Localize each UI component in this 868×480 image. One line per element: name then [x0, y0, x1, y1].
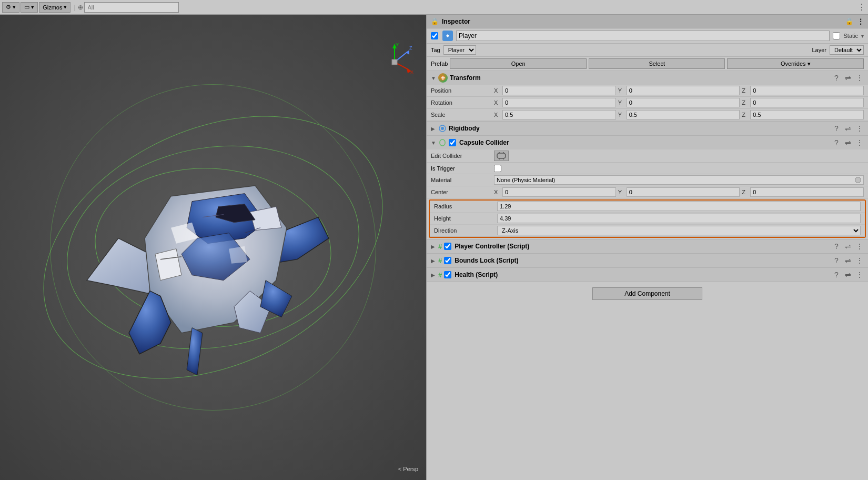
gizmos-button[interactable]: Gizmos ▾: [39, 2, 70, 13]
direction-select[interactable]: Z-Axis X-Axis Y-Axis: [497, 226, 861, 235]
capsule-more-icon[interactable]: ⋮: [855, 138, 864, 147]
capsule-collider-section: ▼ Capsule Collider ? ⇌ ⋮: [427, 136, 868, 239]
prefab-open-button[interactable]: Open: [450, 58, 587, 69]
rotation-x-input[interactable]: [502, 98, 616, 107]
position-y-input[interactable]: [627, 86, 740, 95]
static-dropdown-icon[interactable]: ▾: [861, 33, 864, 39]
add-component-button[interactable]: Add Component: [592, 287, 702, 300]
capsule-collider-enable-checkbox[interactable]: [449, 139, 456, 146]
center-x-input[interactable]: [502, 187, 616, 197]
more-options-icon[interactable]: ⋮: [857, 2, 866, 12]
health-help-icon[interactable]: ?: [832, 271, 841, 279]
scale-z-label: Z: [742, 112, 748, 118]
material-picker-icon[interactable]: [855, 177, 861, 183]
search-input[interactable]: [84, 2, 179, 13]
transform-help-icon[interactable]: ?: [832, 74, 841, 82]
scale-y-label: Y: [618, 112, 624, 118]
highlighted-collider-props: Radius Height Direction Z-Axis X-Axis: [429, 199, 866, 238]
transform-header[interactable]: ▼ Transform ? ⇌ ⋮: [427, 71, 868, 85]
object-header: Static ▾: [427, 28, 868, 44]
rigidbody-collapse-arrow[interactable]: ▶: [431, 126, 436, 132]
gizmos-arrow: ▾: [64, 4, 67, 11]
is-trigger-checkbox[interactable]: [494, 165, 501, 172]
bounds-lock-hash-icon: #: [438, 257, 442, 265]
capsule-help-icon[interactable]: ?: [832, 138, 841, 147]
scene-view[interactable]: Y X Z < Persp: [0, 15, 426, 480]
scale-x-input[interactable]: [502, 110, 616, 119]
material-field[interactable]: None (Physic Material): [494, 175, 864, 185]
static-checkbox[interactable]: [833, 32, 840, 39]
radius-input[interactable]: [497, 202, 861, 211]
bounds-lock-header[interactable]: ▶ # Bounds Lock (Script) ? ⇌ ⋮: [427, 254, 868, 267]
position-x-label: X: [494, 87, 500, 94]
transform-button[interactable]: ▭ ▾: [21, 2, 38, 13]
capsule-settings-icon[interactable]: ⇌: [844, 138, 852, 147]
health-settings-icon[interactable]: ⇌: [844, 271, 852, 279]
transform-collapse-arrow[interactable]: ▼: [431, 75, 436, 81]
capsule-collider-icon: [438, 138, 447, 147]
bounds-lock-settings-icon[interactable]: ⇌: [844, 256, 852, 265]
position-z-label: Z: [742, 87, 748, 94]
bounds-lock-enable-checkbox[interactable]: [444, 257, 451, 264]
tools-button[interactable]: ⚙ ▾: [2, 2, 19, 13]
bounds-lock-section: ▶ # Bounds Lock (Script) ? ⇌ ⋮: [427, 254, 868, 268]
capsule-collider-header[interactable]: ▼ Capsule Collider ? ⇌ ⋮: [427, 136, 868, 149]
transform-more-icon[interactable]: ⋮: [855, 74, 864, 82]
transform-settings-icon[interactable]: ⇌: [844, 74, 852, 82]
is-trigger-row: Is Trigger: [427, 163, 868, 174]
health-header[interactable]: ▶ # Health (Script) ? ⇌ ⋮: [427, 268, 868, 282]
health-collapse-arrow[interactable]: ▶: [431, 272, 436, 278]
navigation-gizmo[interactable]: Y X Z: [374, 41, 416, 83]
rigidbody-help-icon[interactable]: ?: [832, 124, 841, 133]
player-controller-title: Player Controller (Script): [455, 243, 830, 250]
height-label: Height: [434, 215, 497, 222]
object-icon: [442, 31, 453, 41]
player-controller-enable-checkbox[interactable]: [444, 243, 451, 250]
object-name-input[interactable]: [456, 31, 830, 41]
height-input[interactable]: [497, 214, 861, 223]
capsule-collapse-arrow[interactable]: ▼: [431, 140, 436, 146]
radius-row: Radius: [430, 201, 865, 213]
center-z-label: Z: [742, 189, 748, 195]
center-values: X Y Z: [494, 187, 864, 197]
scale-y-input[interactable]: [627, 110, 740, 119]
object-active-checkbox[interactable]: [431, 32, 438, 39]
scale-z-input[interactable]: [750, 110, 864, 119]
position-z-input[interactable]: [750, 86, 864, 95]
player-controller-hash-icon: #: [438, 243, 442, 251]
player-controller-collapse-arrow[interactable]: ▶: [431, 244, 436, 249]
inspector-lock-icon[interactable]: 🔒: [845, 18, 853, 25]
rigidbody-more-icon[interactable]: ⋮: [855, 124, 864, 133]
rigidbody-section: ▶ Rigidbody ? ⇌ ⋮: [427, 122, 868, 136]
bounds-lock-collapse-arrow[interactable]: ▶: [431, 258, 436, 264]
inspector-header: 🔒 Inspector 🔒 ⋮: [427, 15, 868, 28]
svg-text:Z: Z: [409, 45, 412, 51]
position-x-input[interactable]: [502, 86, 616, 95]
edit-collider-label: Edit Collider: [431, 153, 494, 159]
health-enable-checkbox[interactable]: [444, 271, 451, 278]
prefab-overrides-button[interactable]: Overrides ▾: [727, 58, 864, 69]
rigidbody-settings-icon[interactable]: ⇌: [844, 124, 852, 133]
player-controller-header[interactable]: ▶ # Player Controller (Script) ? ⇌ ⋮: [427, 239, 868, 253]
transform-actions: ? ⇌ ⋮: [832, 74, 864, 82]
scale-x-label: X: [494, 112, 500, 118]
edit-collider-button[interactable]: [494, 151, 509, 161]
prefab-select-button[interactable]: Select: [589, 58, 725, 69]
health-more-icon[interactable]: ⋮: [855, 271, 864, 279]
is-trigger-label: Is Trigger: [431, 165, 494, 172]
rotation-y-input[interactable]: [627, 98, 740, 107]
bounds-lock-help-icon[interactable]: ?: [832, 256, 841, 265]
center-z-input[interactable]: [750, 187, 864, 197]
center-y-input[interactable]: [627, 187, 740, 197]
player-controller-help-icon[interactable]: ?: [832, 242, 841, 251]
bounds-lock-more-icon[interactable]: ⋮: [855, 256, 864, 265]
inspector-more-icon[interactable]: ⋮: [857, 18, 864, 25]
tag-select[interactable]: Player: [443, 45, 476, 55]
center-label: Center: [431, 189, 494, 195]
player-controller-more-icon[interactable]: ⋮: [855, 242, 864, 251]
player-controller-settings-icon[interactable]: ⇌: [844, 242, 852, 251]
main-layout: Y X Z < Persp 🔒 Inspector 🔒 ⋮: [0, 15, 868, 480]
rigidbody-header[interactable]: ▶ Rigidbody ? ⇌ ⋮: [427, 122, 868, 135]
rotation-z-input[interactable]: [750, 98, 864, 107]
layer-select[interactable]: Default: [830, 45, 864, 55]
